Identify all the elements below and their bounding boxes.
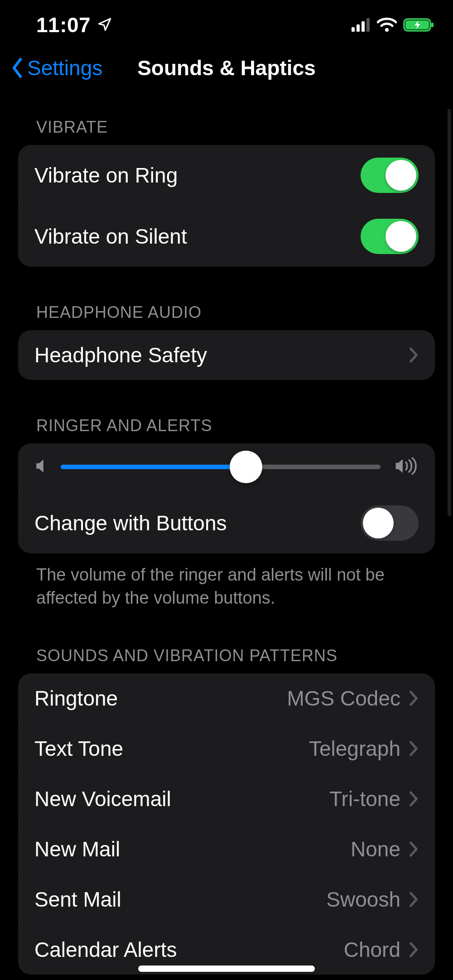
row-sound-new-voicemail[interactable]: New VoicemailTri-tone (18, 773, 435, 824)
row-change-with-buttons[interactable]: Change with Buttons (18, 492, 435, 553)
chevron-right-icon (409, 740, 419, 757)
section-header-vibrate: Vibrate (18, 91, 435, 145)
group-vibrate: Vibrate on Ring Vibrate on Silent (18, 145, 435, 267)
row-label: Headphone Safety (34, 343, 207, 367)
row-label: Ringtone (34, 686, 118, 711)
home-indicator[interactable] (138, 966, 315, 972)
row-label: Vibrate on Ring (34, 163, 178, 187)
row-label: Calendar Alerts (34, 937, 177, 962)
row-value: Swoosh (326, 887, 400, 912)
row-sound-text-tone[interactable]: Text ToneTelegraph (18, 723, 435, 773)
back-label: Settings (27, 56, 102, 80)
section-header-headphone: Headphone Audio (18, 267, 435, 330)
back-button[interactable]: Settings (9, 56, 102, 80)
chevron-right-icon (409, 791, 419, 807)
chevron-right-icon (409, 690, 419, 706)
row-value: None (351, 837, 400, 861)
group-ringer: Change with Buttons (18, 443, 435, 553)
status-right (352, 17, 435, 33)
svg-rect-3 (366, 18, 370, 32)
nav-header: Settings Sounds & Haptics (0, 45, 453, 91)
group-sounds: RingtoneMGS CodecText ToneTelegraphNew V… (18, 673, 435, 975)
toggle-vibrate-on-ring[interactable] (361, 158, 419, 193)
status-bar: 11:07 (0, 0, 453, 45)
slider-thumb[interactable] (230, 451, 262, 483)
battery-charging-icon (403, 17, 435, 33)
group-headphone: Headphone Safety (18, 330, 435, 380)
row-sound-ringtone[interactable]: RingtoneMGS Codec (18, 673, 435, 723)
row-sound-new-mail[interactable]: New MailNone (18, 824, 435, 874)
speaker-high-icon (393, 457, 419, 477)
row-label: Text Tone (34, 736, 123, 761)
row-label: New Mail (34, 837, 120, 861)
svg-rect-0 (352, 27, 355, 32)
row-value: Tri-tone (329, 787, 400, 811)
toggle-change-with-buttons[interactable] (361, 505, 419, 541)
svg-point-4 (385, 28, 389, 32)
row-label: New Voicemail (34, 787, 171, 811)
svg-rect-7 (431, 23, 434, 27)
row-headphone-safety[interactable]: Headphone Safety (18, 330, 435, 380)
chevron-right-icon (409, 942, 419, 958)
chevron-left-icon (9, 57, 25, 79)
section-footer-ringer: The volume of the ringer and alerts will… (18, 553, 435, 610)
row-value: Chord (344, 937, 400, 962)
section-header-ringer: Ringer and Alerts (18, 380, 435, 443)
status-time: 11:07 (36, 13, 91, 37)
location-icon (97, 13, 112, 37)
svg-rect-2 (361, 21, 365, 32)
row-sound-sent-mail[interactable]: Sent MailSwoosh (18, 874, 435, 924)
row-vibrate-on-ring[interactable]: Vibrate on Ring (18, 145, 435, 206)
chevron-right-icon (409, 347, 419, 363)
status-left: 11:07 (36, 13, 112, 37)
section-header-sounds: Sounds and Vibration Patterns (18, 610, 435, 673)
row-label: Vibrate on Silent (34, 224, 187, 249)
volume-slider[interactable] (61, 465, 381, 469)
row-value: Telegraph (309, 736, 400, 761)
wifi-icon (377, 18, 397, 32)
row-label: Change with Buttons (34, 511, 227, 535)
toggle-vibrate-on-silent[interactable] (361, 219, 419, 254)
speaker-low-icon (34, 458, 48, 476)
cellular-icon (352, 18, 371, 32)
scroll-indicator[interactable] (448, 109, 451, 516)
chevron-right-icon (409, 891, 419, 908)
row-value: MGS Codec (287, 686, 400, 711)
svg-rect-1 (357, 24, 360, 32)
chevron-right-icon (409, 841, 419, 857)
row-label: Sent Mail (34, 887, 121, 912)
row-ringer-volume (18, 443, 435, 492)
row-vibrate-on-silent[interactable]: Vibrate on Silent (18, 206, 435, 267)
